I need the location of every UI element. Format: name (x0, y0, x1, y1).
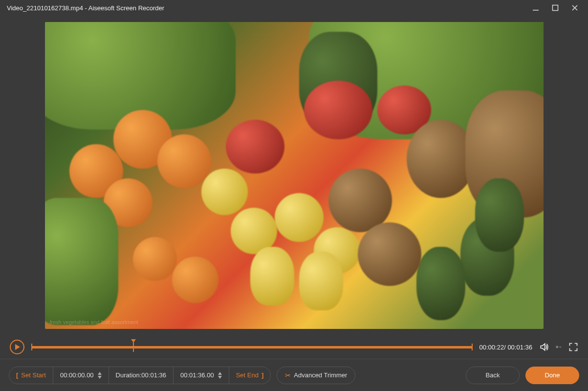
end-time-spinner[interactable] (218, 372, 222, 379)
video-preview-area: fresh vegetables and fruit assortment (0, 16, 588, 335)
end-time-input[interactable]: 00:01:36.00 (173, 367, 229, 384)
advanced-trimmer-label: Advanced Trimmer (294, 371, 347, 379)
set-end-button[interactable]: Set End ] (229, 367, 271, 384)
volume-button[interactable] (539, 342, 549, 352)
set-end-label: Set End (236, 371, 259, 379)
back-label: Back (486, 371, 500, 379)
video-preview[interactable]: fresh vegetables and fruit assortment (45, 22, 544, 329)
time-readout: 00:00:22/ 00:01:36 (479, 344, 532, 351)
play-button[interactable] (10, 340, 24, 354)
duration-display: Duration:00:01:36 (109, 367, 173, 384)
timeline-start-marker[interactable] (31, 344, 32, 350)
done-label: Done (544, 371, 560, 379)
timeline-playhead[interactable] (133, 342, 134, 352)
preview-description: fresh vegetables and fruit assortment (50, 319, 138, 325)
set-start-label: Set Start (21, 371, 46, 379)
volume-icon (539, 342, 549, 352)
total-time: 00:01:36 (507, 344, 532, 351)
snapshot-button[interactable] (556, 345, 562, 349)
bracket-right-icon: ] (261, 371, 263, 379)
minimize-button[interactable] (530, 2, 541, 13)
svg-rect-0 (533, 10, 539, 11)
svg-rect-1 (553, 5, 558, 11)
file-name: Video_221010162738.mp4 (7, 4, 83, 12)
duration-value: 00:01:36 (141, 371, 166, 379)
playback-bar: 00:00:22/ 00:01:36 (0, 335, 588, 359)
chevron-down-icon (98, 376, 102, 379)
set-start-button[interactable]: [ Set Start (9, 367, 53, 384)
end-time-value: 00:01:36.00 (180, 371, 214, 379)
done-button[interactable]: Done (525, 367, 579, 384)
chevron-down-icon (559, 345, 562, 349)
advanced-trimmer-button[interactable]: ✂ Advanced Trimmer (277, 367, 355, 384)
close-button[interactable] (569, 2, 580, 13)
play-icon (15, 344, 20, 350)
timeline[interactable] (31, 344, 473, 350)
minimize-icon (532, 4, 539, 11)
camera-icon (556, 346, 558, 348)
chevron-up-icon (218, 372, 222, 375)
trim-group: [ Set Start 00:00:00.00 Duration:00:01:3… (9, 367, 271, 384)
chevron-up-icon (98, 372, 102, 375)
chevron-down-icon (218, 376, 222, 379)
bracket-left-icon: [ (16, 371, 18, 379)
svg-point-2 (557, 347, 558, 348)
window-controls (530, 2, 584, 13)
back-button[interactable]: Back (466, 367, 520, 384)
fullscreen-button[interactable] (568, 342, 578, 352)
controls-row: [ Set Start 00:00:00.00 Duration:00:01:3… (0, 359, 588, 391)
maximize-icon (552, 4, 559, 11)
maximize-button[interactable] (550, 2, 561, 13)
titlebar: Video_221010162738.mp4 - Aiseesoft Scree… (0, 0, 588, 16)
start-time-spinner[interactable] (98, 372, 102, 379)
fullscreen-icon (568, 342, 578, 352)
scissors-icon: ✂ (285, 371, 291, 379)
window-title: Video_221010162738.mp4 - Aiseesoft Scree… (7, 4, 164, 12)
timeline-track (31, 346, 473, 348)
current-time: 00:00:22 (479, 344, 504, 351)
app-name: Aiseesoft Screen Recorder (88, 4, 164, 12)
duration-label: Duration: (116, 371, 142, 379)
timeline-end-marker[interactable] (472, 344, 473, 350)
start-time-input[interactable]: 00:00:00.00 (53, 367, 109, 384)
start-time-value: 00:00:00.00 (60, 371, 94, 379)
close-icon (571, 4, 578, 11)
